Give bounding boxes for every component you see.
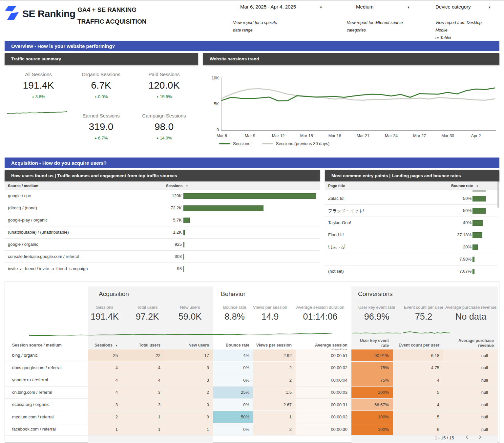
- sessions-trend-chart[interactable]: 10K5K0Mar 6Mar 9Mar 12Mar 15Mar 18Mar 21…: [203, 64, 499, 142]
- source-row[interactable]: (direct) / (none)72.2K: [5, 202, 320, 214]
- group-title-conversions: Conversions: [358, 290, 393, 298]
- detail-cell: 00:00:30: [296, 423, 351, 435]
- metric-card-sessions: Sessions191.4K: [91, 305, 119, 322]
- entry-points-header: Most common entry points | Landing pages…: [325, 170, 499, 181]
- metric-label: Sessions: [91, 305, 119, 310]
- chart-legend: Sessions Sessions (previous 30 days): [219, 141, 337, 146]
- svg-text:Mar 30: Mar 30: [441, 134, 454, 138]
- entry-point-row[interactable]: أن - سيل!20%: [325, 241, 497, 253]
- scorecard-value: 98.0: [142, 121, 186, 132]
- chevron-down-icon[interactable]: ▾: [408, 5, 410, 10]
- bounce-rate-value: 7.98%: [436, 257, 472, 262]
- detail-cell: 00:00:04: [296, 374, 351, 386]
- source-row[interactable]: (unattributable) / (unattributable)1.2K: [5, 226, 320, 239]
- delta-value: 14.0%: [160, 136, 172, 140]
- bounce-rate-bar: [472, 232, 482, 238]
- page-title-label: Taşkın-Onu!: [328, 220, 351, 225]
- date-range-filter[interactable]: Mar 6, 2025 - Apr 4, 2025 ▾ View report …: [233, 4, 326, 34]
- logo-text: SE Ranking: [22, 8, 75, 19]
- detail-col-header[interactable]: Bounce rate: [207, 343, 249, 348]
- detail-cell: 100%: [351, 387, 393, 398]
- entry-point-row[interactable]: Zalać to!50%: [325, 193, 497, 205]
- col-source-medium[interactable]: Source / medium: [8, 184, 38, 188]
- delta-value: 0.0%: [98, 94, 108, 99]
- col-bounce-rate[interactable]: Bounce rate ▼: [451, 184, 479, 188]
- date-range-value[interactable]: Mar 6, 2025 - Apr 4, 2025: [240, 4, 296, 10]
- col-sessions[interactable]: Sessions ▼: [166, 184, 188, 188]
- sort-desc-icon: ▼: [115, 344, 118, 347]
- legend-item-sessions-previous: Sessions (previous 30 days): [262, 141, 329, 146]
- entry-point-row[interactable]: Taşkın-Onu!40%: [325, 217, 497, 229]
- session-source-label: facebook.com / referral: [12, 427, 56, 432]
- source-sessions-bar: [183, 205, 263, 211]
- entry-point-row[interactable]: Flood-It!37.18%: [325, 229, 497, 241]
- medium-filter[interactable]: Medium ▾ View report for different sourc…: [347, 4, 412, 34]
- detail-cell: 4: [88, 374, 122, 386]
- date-range-hint: View report for a specifcdate range.: [233, 19, 326, 34]
- dashboard-page: SE Ranking GA4 + SE RANKING TRAFFIC ACQU…: [0, 0, 504, 443]
- medium-value[interactable]: Medium: [356, 4, 373, 10]
- detail-col-header[interactable]: Total users: [118, 343, 160, 348]
- detail-row[interactable]: medium.com / referral21050%100:00:02100%…: [5, 411, 498, 424]
- detail-col-header[interactable]: Average purchase revenue: [452, 338, 494, 348]
- source-row[interactable]: google / organic925: [5, 239, 320, 251]
- detail-col-header[interactable]: Views per session: [250, 343, 292, 348]
- detail-cell: 4: [393, 374, 443, 386]
- metric-card-event-count-per-user: Event count per user75.2: [404, 305, 443, 322]
- metric-card-average-session-duration: Average session duration01:14:06: [296, 305, 344, 322]
- detail-row[interactable]: cn.bing.com / referral43225%1.500:00:031…: [5, 387, 498, 399]
- scorecard-value: 120.0K: [148, 80, 179, 91]
- detail-cell: 1: [253, 411, 296, 423]
- delta-value: 15.5%: [160, 94, 172, 99]
- metric-sparkline: [352, 330, 401, 336]
- source-label: invite_a_friend / invite_a_friend_campai…: [8, 266, 88, 271]
- detail-cell: 00:00:02: [296, 411, 351, 423]
- detail-row[interactable]: bing / organic2522174%2.9200:00:5190.91%…: [5, 349, 498, 362]
- detail-col-header[interactable]: User key event rate: [347, 338, 389, 348]
- device-category-value[interactable]: Device category: [435, 4, 471, 10]
- pagination-next-button[interactable]: ›: [479, 433, 481, 440]
- report-title: GA4 + SE RANKING TRAFFIC ACQUISITION: [77, 4, 146, 28]
- entry-table-scrollbar[interactable]: [497, 181, 499, 208]
- scorecard-paid-sessions: Paid Sessions120.0K▲15.5%: [148, 72, 179, 99]
- detail-col-header[interactable]: Session source / medium: [12, 343, 62, 348]
- detail-cell: 3: [164, 362, 213, 374]
- metric-sparkline: [29, 330, 332, 337]
- detail-col-header[interactable]: Event count per user: [397, 343, 439, 348]
- chevron-down-icon[interactable]: ▾: [489, 5, 491, 10]
- source-sessions-bar: [183, 266, 184, 272]
- delta-up-icon: ▲: [156, 95, 159, 98]
- detail-row[interactable]: facebook.com / referral1110%200:00:30100…: [5, 423, 498, 436]
- detail-cell: 25%: [213, 387, 253, 398]
- entry-point-row[interactable]: フラッド・イット!50%: [325, 205, 497, 217]
- source-row[interactable]: google-play / organic5.7K: [5, 214, 320, 226]
- device-category-filter[interactable]: Device category ▾ View report from Deskt…: [435, 4, 494, 42]
- metric-card-average-purchase-revenue: Average purchase revenueNo data: [445, 305, 496, 322]
- metric-value: 75.2: [404, 312, 443, 322]
- pagination-prev-button[interactable]: ‹: [466, 433, 468, 440]
- source-row[interactable]: console.firebase.google.com / referral30…: [5, 251, 320, 263]
- source-row[interactable]: invite_a_friend / invite_a_friend_campai…: [5, 263, 320, 275]
- delta-up-icon: ▲: [32, 95, 34, 98]
- detail-cell: null: [443, 399, 498, 411]
- metric-value: 191.4K: [91, 312, 119, 322]
- se-ranking-logo: SE Ranking: [5, 5, 75, 22]
- source-row[interactable]: google / cpc120K: [5, 190, 320, 202]
- metric-value: No data: [445, 312, 496, 322]
- detail-row[interactable]: docs.google.com / referral4430%200:00:02…: [5, 362, 498, 374]
- chevron-down-icon[interactable]: ▾: [320, 5, 322, 10]
- detail-card: AcquisitionSessions191.4KTotal users97.2…: [5, 282, 499, 443]
- group-title-acquisition: Acquisition: [99, 290, 129, 298]
- col-page-title[interactable]: Page title: [328, 184, 345, 188]
- session-source-label: bing / organic: [12, 353, 38, 358]
- clipped-row-bar: [472, 190, 486, 192]
- detail-cell: 1: [122, 411, 164, 423]
- entry-point-row[interactable]: 7.98%: [325, 253, 497, 265]
- detail-cell: 6: [393, 423, 443, 435]
- entry-point-row[interactable]: (not set)7.07%: [325, 265, 497, 275]
- detail-col-header[interactable]: Sessions ▼: [76, 343, 118, 348]
- detail-row[interactable]: ecosia.org / organic3300%2.6700:00:3166.…: [5, 399, 498, 411]
- detail-cell: 50%: [213, 411, 253, 423]
- detail-row[interactable]: yandex.ru / referral4430%200:00:0475%4nu…: [5, 374, 498, 387]
- detail-col-header[interactable]: New users: [167, 343, 209, 348]
